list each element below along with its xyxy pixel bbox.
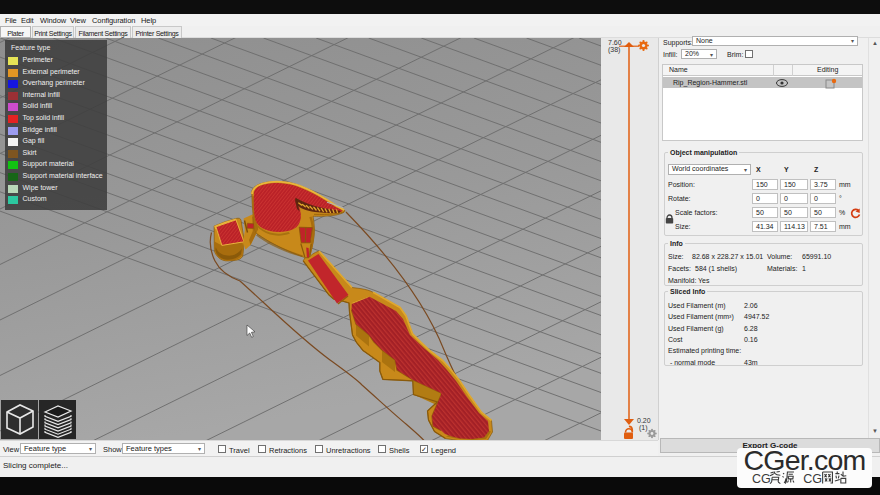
svg-text:CG: CG — [803, 472, 822, 485]
svg-text:CG: CG — [752, 472, 771, 485]
